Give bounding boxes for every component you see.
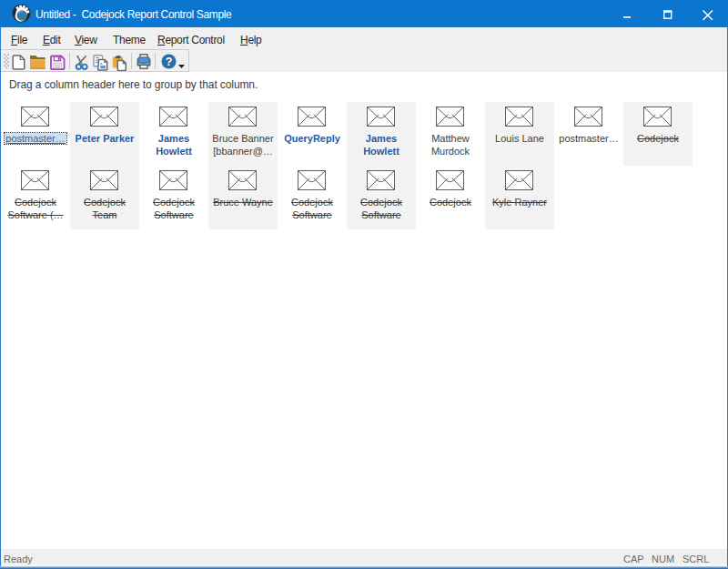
svg-text:?: ? <box>166 56 173 68</box>
